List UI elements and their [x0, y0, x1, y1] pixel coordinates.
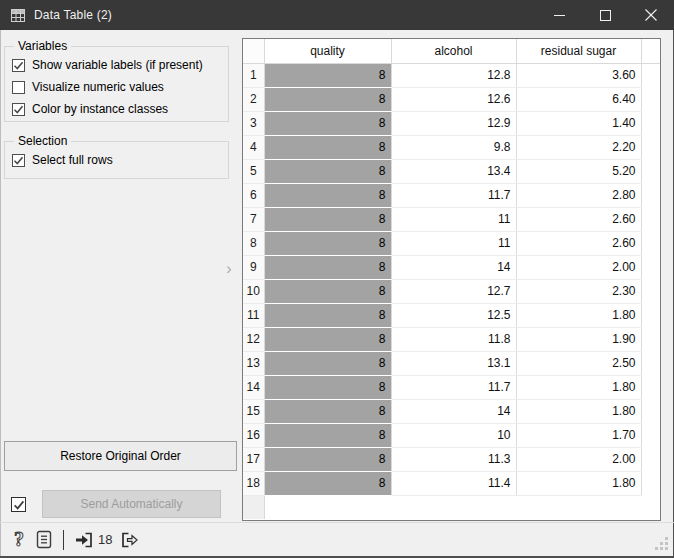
table-row[interactable]: 2812.66.40 [243, 87, 660, 111]
cell-residual-sugar[interactable]: 1.70 [516, 423, 641, 447]
row-number[interactable]: 13 [243, 351, 264, 375]
cell-alcohol[interactable]: 11.8 [391, 327, 516, 351]
cell-quality[interactable]: 8 [264, 111, 391, 135]
help-icon[interactable]: ? [10, 529, 28, 551]
cell-alcohol[interactable]: 13.1 [391, 351, 516, 375]
cell-quality[interactable]: 8 [264, 207, 391, 231]
cell-alcohol[interactable]: 13.4 [391, 159, 516, 183]
cell-alcohol[interactable]: 10 [391, 423, 516, 447]
report-icon[interactable] [35, 530, 53, 549]
cell-quality[interactable]: 8 [264, 423, 391, 447]
row-number[interactable]: 2 [243, 87, 264, 111]
titlebar[interactable]: Data Table (2) [0, 0, 674, 30]
table-row[interactable]: 13813.12.50 [243, 351, 660, 375]
send-automatically-button[interactable]: Send Automatically [42, 490, 221, 518]
row-number[interactable]: 18 [243, 471, 264, 495]
row-number[interactable]: 9 [243, 255, 264, 279]
table-row[interactable]: 11812.51.80 [243, 303, 660, 327]
table-row[interactable]: 12811.81.90 [243, 327, 660, 351]
checked-checkbox-icon[interactable] [12, 103, 25, 116]
cell-residual-sugar[interactable]: 2.50 [516, 351, 641, 375]
row-number[interactable]: 11 [243, 303, 264, 327]
unchecked-checkbox-icon[interactable] [12, 81, 25, 94]
row-number[interactable]: 12 [243, 327, 264, 351]
row-number[interactable]: 3 [243, 111, 264, 135]
cell-residual-sugar[interactable]: 1.80 [516, 375, 641, 399]
column-header-quality[interactable]: quality [264, 39, 391, 63]
table-row[interactable]: 14811.71.80 [243, 375, 660, 399]
cell-residual-sugar[interactable]: 2.80 [516, 183, 641, 207]
cell-quality[interactable]: 8 [264, 279, 391, 303]
row-number[interactable]: 4 [243, 135, 264, 159]
cell-quality[interactable]: 8 [264, 135, 391, 159]
cell-quality[interactable]: 8 [264, 183, 391, 207]
cell-quality[interactable]: 8 [264, 351, 391, 375]
cell-quality[interactable]: 8 [264, 399, 391, 423]
cell-quality[interactable]: 8 [264, 447, 391, 471]
splitter-collapse-handle[interactable]: › [221, 257, 237, 281]
checkbox-color-by-instance-classes[interactable]: Color by instance classes [12, 98, 224, 120]
cell-residual-sugar[interactable]: 1.90 [516, 327, 641, 351]
row-number[interactable]: 1 [243, 63, 264, 87]
cell-residual-sugar[interactable]: 1.80 [516, 303, 641, 327]
cell-alcohol[interactable]: 12.9 [391, 111, 516, 135]
table-row[interactable]: 489.82.20 [243, 135, 660, 159]
checked-checkbox-icon[interactable] [12, 154, 25, 167]
table-row[interactable]: 78112.60 [243, 207, 660, 231]
cell-quality[interactable]: 8 [264, 231, 391, 255]
cell-residual-sugar[interactable]: 1.80 [516, 399, 641, 423]
cell-alcohol[interactable]: 11.4 [391, 471, 516, 495]
close-button[interactable] [628, 0, 674, 30]
cell-residual-sugar[interactable]: 6.40 [516, 87, 641, 111]
cell-alcohol[interactable]: 11 [391, 207, 516, 231]
cell-alcohol[interactable]: 14 [391, 399, 516, 423]
table-row[interactable]: 10812.72.30 [243, 279, 660, 303]
cell-quality[interactable]: 8 [264, 327, 391, 351]
cell-residual-sugar[interactable]: 3.60 [516, 63, 641, 87]
row-number[interactable]: 15 [243, 399, 264, 423]
table-row[interactable]: 17811.32.00 [243, 447, 660, 471]
table-row[interactable]: 88112.60 [243, 231, 660, 255]
checked-checkbox-icon[interactable] [12, 59, 25, 72]
cell-alcohol[interactable]: 9.8 [391, 135, 516, 159]
cell-alcohol[interactable]: 12.7 [391, 279, 516, 303]
cell-alcohol[interactable]: 12.8 [391, 63, 516, 87]
row-number[interactable]: 6 [243, 183, 264, 207]
cell-alcohol[interactable]: 11.7 [391, 375, 516, 399]
row-number[interactable]: 7 [243, 207, 264, 231]
table-row[interactable]: 6811.72.80 [243, 183, 660, 207]
cell-quality[interactable]: 8 [264, 87, 391, 111]
checkbox-show-variable-labels-if-present[interactable]: Show variable labels (if present) [12, 54, 224, 76]
cell-residual-sugar[interactable]: 2.20 [516, 135, 641, 159]
cell-residual-sugar[interactable]: 2.60 [516, 207, 641, 231]
cell-alcohol[interactable]: 14 [391, 255, 516, 279]
row-number[interactable]: 16 [243, 423, 264, 447]
table-row[interactable]: 5813.45.20 [243, 159, 660, 183]
row-number[interactable]: 14 [243, 375, 264, 399]
row-number[interactable]: 17 [243, 447, 264, 471]
cell-residual-sugar[interactable]: 2.30 [516, 279, 641, 303]
column-header-alcohol[interactable]: alcohol [391, 39, 516, 63]
row-number[interactable]: 5 [243, 159, 264, 183]
send-automatically-checkbox[interactable] [11, 497, 26, 512]
cell-residual-sugar[interactable]: 2.00 [516, 255, 641, 279]
table-row[interactable]: 3812.91.40 [243, 111, 660, 135]
cell-residual-sugar[interactable]: 2.60 [516, 231, 641, 255]
cell-residual-sugar[interactable]: 2.00 [516, 447, 641, 471]
table-row[interactable]: 18811.41.80 [243, 471, 660, 495]
output-icon[interactable] [119, 530, 140, 550]
column-header-residual-sugar[interactable]: residual sugar [516, 39, 641, 63]
resize-grip[interactable] [655, 537, 669, 555]
cell-quality[interactable]: 8 [264, 159, 391, 183]
cell-quality[interactable]: 8 [264, 255, 391, 279]
data-table[interactable]: qualityalcoholresidual sugar 1812.83.602… [242, 38, 661, 521]
cell-residual-sugar[interactable]: 1.40 [516, 111, 641, 135]
cell-quality[interactable]: 8 [264, 375, 391, 399]
corner-cell[interactable] [243, 39, 264, 63]
cell-quality[interactable]: 8 [264, 63, 391, 87]
restore-original-order-button[interactable]: Restore Original Order [4, 441, 237, 471]
row-number[interactable]: 8 [243, 231, 264, 255]
cell-alcohol[interactable]: 11.3 [391, 447, 516, 471]
cell-residual-sugar[interactable]: 5.20 [516, 159, 641, 183]
input-icon[interactable] [73, 530, 94, 550]
